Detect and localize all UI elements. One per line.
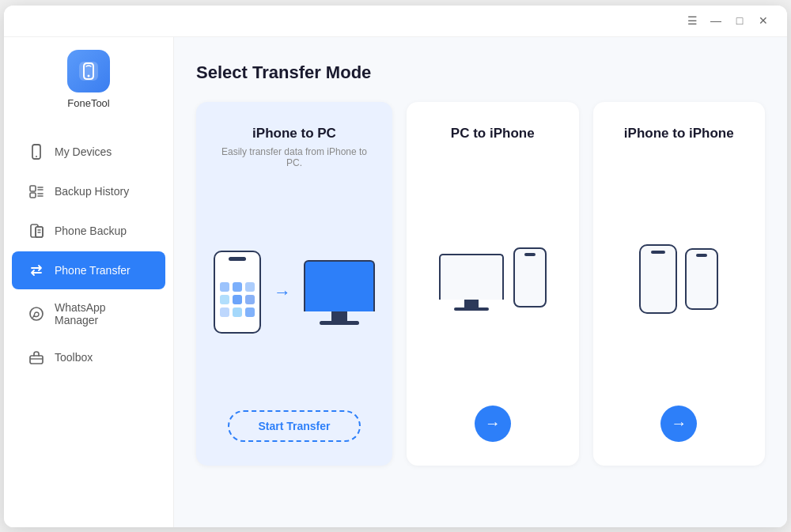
sidebar-item-phone-transfer-label: Phone Transfer — [55, 264, 131, 277]
sidebar-item-toolbox-label: Toolbox — [55, 351, 93, 364]
monitor-base — [320, 321, 359, 325]
sidebar-item-phone-backup-label: Phone Backup — [55, 224, 127, 237]
iphone-to-iphone-title: iPhone to iPhone — [624, 126, 734, 141]
phone-outline-lg-notch — [651, 251, 665, 254]
main-content: Select Transfer Mode iPhone to PC Easily… — [174, 37, 787, 527]
sidebar-item-phone-backup[interactable]: Phone Backup — [12, 212, 165, 250]
iphone-to-iphone-illustration — [639, 168, 718, 390]
maximize-button[interactable]: □ — [729, 9, 751, 32]
pc-to-iphone-arrow-button[interactable]: → — [475, 406, 511, 442]
minimize-button[interactable]: — — [705, 9, 727, 32]
transfer-icon — [28, 262, 45, 279]
arrow-right-icon: → — [485, 414, 501, 432]
nav-list: My Devices Backup History — [4, 131, 173, 378]
app-name: FoneTool — [67, 97, 109, 109]
list-icon — [28, 183, 45, 200]
iphone-outline-sm — [685, 248, 718, 310]
svg-point-15 — [30, 308, 43, 320]
phone-outline-notch — [524, 253, 536, 256]
pc-monitor-outline — [439, 254, 504, 311]
backup-icon — [28, 222, 45, 240]
transfer-arrow-icon: → — [274, 282, 291, 303]
iphone-shape — [214, 251, 261, 334]
svg-rect-5 — [30, 193, 36, 198]
menu-button[interactable]: ☰ — [681, 9, 703, 32]
titlebar: ☰ — □ ✕ — [4, 6, 787, 37]
sidebar-item-phone-transfer[interactable]: Phone Transfer — [12, 251, 165, 289]
sidebar-item-my-devices[interactable]: My Devices — [12, 133, 165, 171]
pc-to-iphone-title: PC to iPhone — [451, 126, 535, 141]
phone-notch — [229, 257, 246, 261]
transfer-mode-cards: iPhone to PC Easily transfer data from i… — [196, 102, 765, 466]
svg-point-1 — [88, 74, 90, 77]
iphone-to-pc-card: iPhone to PC Easily transfer data from i… — [196, 102, 392, 466]
iphone-outline-lg — [639, 244, 677, 314]
iphone-to-pc-subtitle: Easily transfer data from iPhone to PC. — [214, 146, 375, 168]
arrow-right-icon-2: → — [671, 414, 687, 432]
monitor-screen — [304, 260, 375, 311]
svg-rect-4 — [30, 186, 36, 191]
page-title: Select Transfer Mode — [196, 62, 765, 83]
iphone-to-iphone-card: iPhone to iPhone → — [593, 102, 766, 466]
sidebar-item-backup-history-label: Backup History — [55, 185, 129, 198]
main-layout: FoneTool My Devices — [4, 37, 787, 527]
iphone-to-pc-title: iPhone to PC — [252, 126, 336, 141]
monitor-outline-screen — [439, 254, 504, 300]
pc-to-iphone-illustration — [439, 168, 547, 390]
pc-monitor-shape — [304, 260, 375, 325]
whatsapp-icon — [28, 305, 45, 323]
close-button[interactable]: ✕ — [752, 9, 774, 32]
sidebar: FoneTool My Devices — [4, 37, 174, 527]
phone-icon — [28, 143, 45, 160]
svg-point-3 — [36, 156, 37, 157]
monitor-outline-stand — [464, 300, 479, 308]
app-window: ☰ — □ ✕ FoneTool — [4, 6, 787, 527]
close-icon: ✕ — [759, 14, 768, 27]
phone-app-grid — [214, 270, 261, 323]
toolbox-icon — [28, 349, 45, 366]
iphone-to-iphone-arrow-button[interactable]: → — [660, 406, 697, 442]
logo-area: FoneTool — [67, 50, 110, 109]
sidebar-item-toolbox[interactable]: Toolbox — [12, 338, 165, 376]
hamburger-icon: ☰ — [687, 14, 698, 27]
iphone-outline — [513, 247, 547, 308]
monitor-outline-base — [454, 308, 489, 311]
pc-to-iphone-card: PC to iPhone — [407, 102, 579, 466]
svg-rect-0 — [79, 62, 98, 81]
minimize-icon: — — [710, 14, 721, 27]
sidebar-item-backup-history[interactable]: Backup History — [12, 172, 165, 210]
monitor-stand — [331, 311, 347, 321]
sidebar-item-whatsapp-manager-label: WhatsApp Manager — [55, 301, 149, 326]
svg-rect-16 — [30, 356, 43, 364]
app-logo-icon — [67, 50, 110, 92]
sidebar-item-my-devices-label: My Devices — [55, 145, 112, 158]
start-transfer-button[interactable]: Start Transfer — [228, 410, 360, 442]
sidebar-item-whatsapp-manager[interactable]: WhatsApp Manager — [12, 291, 165, 337]
maximize-icon: □ — [736, 14, 743, 27]
iphone-to-pc-illustration: → — [214, 191, 375, 394]
phone-outline-sm-notch — [696, 254, 707, 257]
